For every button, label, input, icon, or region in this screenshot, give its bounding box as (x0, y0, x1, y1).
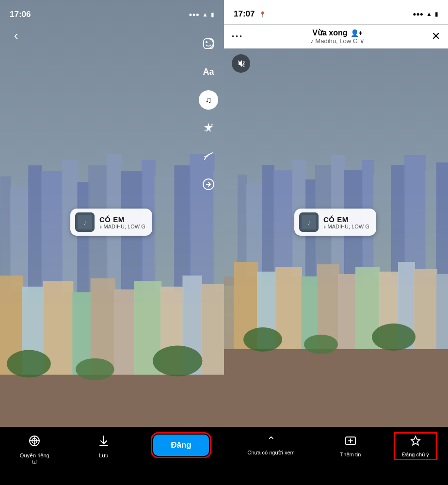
left-panel: 17:06 ●●● ▲ ▮ ‹ Aa ♫ (0, 0, 224, 485)
svg-rect-23 (114, 290, 135, 375)
privacy-icon (28, 435, 41, 450)
right-panel: 17:07 📍 ●●● ▲ ▮ ··· Vừa xong 👤+ ♪ Madihu… (224, 0, 448, 485)
location-icon: 📍 (259, 11, 266, 18)
left-status-bar: 17:06 ●●● ▲ ▮ (0, 0, 224, 24)
svg-rect-57 (425, 170, 437, 286)
svg-rect-65 (338, 274, 356, 349)
svg-rect-4 (28, 165, 42, 303)
svg-point-74 (372, 323, 416, 351)
chevron-down-icon: ∨ (360, 37, 365, 45)
svg-rect-46 (262, 165, 274, 286)
music-sticker-thumbnail: ♪ (75, 212, 95, 232)
svg-rect-69 (414, 269, 437, 349)
right-music-sticker-artist: ♪ MADIHU, LOW G (323, 224, 369, 229)
battery-icon: ▮ (211, 11, 214, 18)
save-label: Lưu (99, 453, 108, 459)
music-sticker-title: CÓ EM (99, 215, 145, 224)
svg-rect-27 (201, 284, 224, 375)
highlight-button[interactable]: Đáng chú ý (396, 435, 435, 458)
right-time: 17:07 📍 (234, 9, 266, 19)
svg-point-72 (243, 327, 282, 352)
save-button[interactable]: Lưu (84, 435, 123, 459)
svg-point-36 (205, 130, 206, 131)
right-nav-more[interactable]: ··· (232, 32, 243, 42)
svg-point-73 (304, 335, 338, 354)
music-sticker-info: CÓ EM ♪ MADIHU, LOW G (99, 215, 145, 229)
text-icon: Aa (203, 67, 214, 77)
wifi-icon: ▲ (202, 11, 208, 18)
svg-point-34 (206, 41, 208, 43)
music-button[interactable]: ♫ (199, 90, 218, 110)
right-nav: ··· Vừa xong 👤+ ♪ Madihu, Low G ∨ ✕ (224, 25, 448, 48)
privacy-label: Quyền riêng tư (20, 453, 49, 465)
person-add-icon: 👤+ (351, 29, 363, 37)
right-music-sticker-title: CÓ EM (323, 215, 369, 224)
effects-button[interactable] (199, 118, 218, 138)
signal-icon: ●●● (189, 11, 199, 18)
right-status-bar: 17:07 📍 ●●● ▲ ▮ (224, 0, 448, 24)
right-wifi-icon: ▲ (426, 11, 432, 17)
svg-point-35 (211, 124, 213, 126)
more-options-button[interactable] (199, 175, 218, 194)
left-bottom-bar: Quyền riêng tư Lưu Đăng (0, 427, 224, 485)
svg-rect-58 (436, 162, 448, 286)
draw-button[interactable] (199, 146, 218, 166)
svg-point-30 (7, 350, 51, 378)
save-icon (97, 435, 110, 450)
right-music-sticker[interactable]: ♪ CÓ EM ♪ MADIHU, LOW G (294, 209, 376, 236)
chevron-up-icon: ⌃ (267, 435, 275, 447)
right-signal-icon: ●●● (413, 11, 423, 17)
svg-rect-71 (224, 349, 448, 427)
right-header: 17:07 📍 ●●● ▲ ▮ ··· Vừa xong 👤+ ♪ Madihu… (224, 0, 448, 48)
privacy-button[interactable]: Quyền riêng tư (15, 435, 54, 465)
left-time: 17:06 (10, 10, 31, 19)
add-info-button[interactable]: Thêm tin (331, 435, 370, 458)
svg-text:♪: ♪ (307, 218, 311, 226)
highlight-icon (409, 435, 422, 449)
right-nav-title: Vừa xong 👤+ (312, 28, 362, 37)
highlight-label: Đáng chú ý (402, 452, 429, 458)
close-button[interactable]: ✕ (432, 30, 440, 43)
svg-rect-7 (77, 182, 89, 303)
right-bottom-bar: ⌃ Chưa có người xem Thêm tin Đáng chú ý (224, 427, 448, 485)
add-info-icon (344, 435, 357, 449)
right-music-sticker-thumbnail: ♪ (299, 212, 319, 232)
back-button[interactable]: ‹ (7, 27, 25, 44)
viewer-label: Chưa có người xem (247, 450, 294, 456)
right-nav-center: Vừa xong 👤+ ♪ Madihu, Low G ∨ (310, 28, 365, 45)
add-info-label: Thêm tin (340, 452, 361, 458)
post-button[interactable]: Đăng (153, 435, 209, 456)
sticker-button[interactable] (199, 34, 218, 53)
left-music-sticker[interactable]: ♪ CÓ EM ♪ MADIHU, LOW G (70, 209, 152, 236)
right-nav-subtitle: ♪ Madihu, Low G ∨ (310, 37, 365, 45)
music-sticker-artist: ♪ MADIHU, LOW G (99, 224, 145, 229)
right-status-icons: ●●● ▲ ▮ (413, 11, 438, 17)
svg-text:♪: ♪ (83, 218, 87, 226)
right-battery-icon: ▮ (435, 11, 438, 17)
left-toolbar: Aa ♫ (199, 34, 218, 194)
text-button[interactable]: Aa (199, 62, 218, 81)
mute-button[interactable] (232, 54, 250, 73)
right-music-sticker-info: CÓ EM ♪ MADIHU, LOW G (323, 215, 369, 229)
music-note-icon: ♫ (205, 95, 212, 105)
left-status-icons: ●●● ▲ ▮ (189, 11, 214, 18)
viewer-info[interactable]: ⌃ Chưa có người xem (237, 435, 305, 456)
svg-point-32 (153, 346, 202, 377)
svg-point-31 (76, 358, 114, 380)
svg-rect-70 (436, 274, 448, 349)
